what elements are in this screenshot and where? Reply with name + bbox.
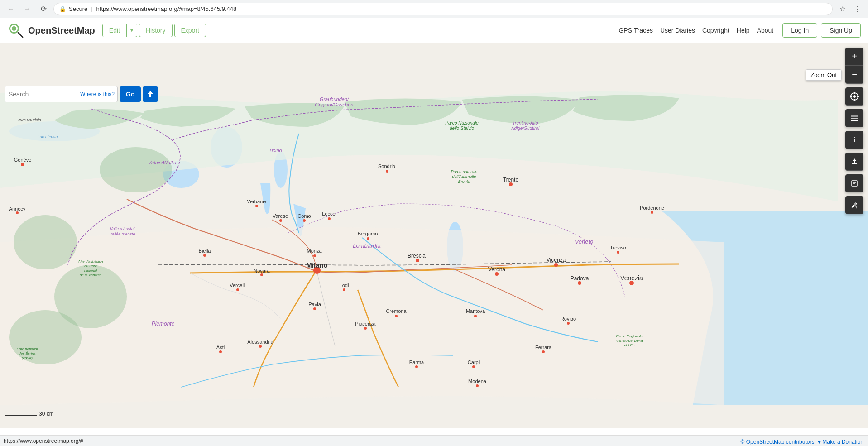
osm-header: OpenStreetMap Edit ▾ History Export GPS … bbox=[0, 18, 868, 43]
svg-text:Ferrara: Ferrara bbox=[535, 345, 552, 350]
svg-text:Veneto del Delta: Veneto del Delta bbox=[616, 339, 643, 343]
svg-text:Ticino: Ticino bbox=[269, 148, 282, 153]
edit-btn-group: Edit ▾ bbox=[102, 24, 137, 37]
history-button[interactable]: History bbox=[139, 24, 173, 37]
svg-point-10 bbox=[100, 147, 172, 192]
svg-text:Vicenza: Vicenza bbox=[547, 257, 566, 263]
forward-button[interactable]: → bbox=[21, 3, 34, 15]
svg-text:Jura vaudois: Jura vaudois bbox=[17, 118, 41, 122]
share-control bbox=[845, 153, 863, 171]
login-button[interactable]: Log In bbox=[782, 23, 817, 38]
go-button[interactable]: Go bbox=[120, 86, 141, 102]
svg-text:Verbania: Verbania bbox=[247, 199, 267, 204]
svg-point-37 bbox=[617, 251, 619, 254]
svg-text:Vercelli: Vercelli bbox=[230, 283, 245, 288]
info-button[interactable]: i bbox=[845, 131, 863, 149]
map-area[interactable]: Graubunden/ Grigioni/Grischun Trentino-A… bbox=[0, 43, 868, 428]
reload-button[interactable]: ⟳ bbox=[37, 3, 50, 15]
nav-about[interactable]: About bbox=[757, 27, 774, 34]
svg-text:Lecco: Lecco bbox=[322, 211, 335, 216]
donate-text[interactable]: ♥ Make a Donation bbox=[818, 439, 863, 445]
svg-rect-119 bbox=[852, 181, 857, 186]
svg-point-36 bbox=[474, 315, 477, 317]
location-control bbox=[845, 87, 863, 106]
zoom-in-button[interactable]: + bbox=[845, 48, 863, 66]
svg-point-38 bbox=[567, 322, 570, 325]
nav-copyright[interactable]: Copyright bbox=[702, 27, 729, 34]
svg-text:Brenta: Brenta bbox=[458, 179, 470, 184]
nav-help[interactable]: Help bbox=[737, 27, 750, 34]
share-button[interactable] bbox=[845, 153, 863, 171]
osm-logo[interactable]: OpenStreetMap bbox=[7, 22, 95, 39]
svg-text:del Po: del Po bbox=[624, 343, 635, 347]
svg-point-46 bbox=[476, 384, 479, 387]
svg-text:Brescia: Brescia bbox=[408, 253, 426, 259]
svg-text:Sondrio: Sondrio bbox=[378, 163, 395, 169]
svg-text:Bergamo: Bergamo bbox=[358, 231, 378, 236]
signup-button[interactable]: Sign Up bbox=[821, 23, 861, 38]
svg-text:Pordenone: Pordenone bbox=[640, 205, 664, 211]
edit-dropdown-button[interactable]: ▾ bbox=[127, 24, 137, 36]
svg-text:Parma: Parma bbox=[409, 360, 424, 365]
osm-logo-icon bbox=[7, 22, 24, 39]
svg-text:Trentino-Alto: Trentino-Alto bbox=[513, 120, 538, 125]
browser-actions: ☆ ⋮ bbox=[836, 3, 863, 15]
zoom-out-button[interactable]: − bbox=[845, 66, 863, 84]
svg-point-2 bbox=[12, 26, 16, 31]
directions-icon bbox=[146, 90, 154, 98]
svg-text:Valle d'Aosta/: Valle d'Aosta/ bbox=[110, 226, 135, 231]
osm-contributors-link[interactable]: © OpenStreetMap contributors bbox=[741, 439, 815, 445]
svg-text:Aire d'adhésion: Aire d'adhésion bbox=[78, 259, 103, 264]
auth-buttons: Log In Sign Up bbox=[782, 23, 861, 38]
menu-button[interactable]: ⋮ bbox=[851, 3, 863, 15]
location-icon bbox=[850, 92, 859, 101]
svg-point-43 bbox=[415, 365, 418, 368]
status-url: https://www.openstreetmap.org/# bbox=[4, 438, 83, 444]
svg-point-15 bbox=[16, 211, 19, 214]
edit-button[interactable]: Edit bbox=[103, 24, 127, 37]
svg-text:de la Vanoise: de la Vanoise bbox=[80, 273, 102, 277]
edit-cursor-button[interactable]: ? bbox=[845, 196, 863, 214]
svg-point-11 bbox=[14, 215, 77, 269]
nav-user-diaries[interactable]: User Diaries bbox=[660, 27, 695, 34]
svg-text:Rovigo: Rovigo bbox=[561, 316, 576, 321]
scale-line bbox=[5, 413, 37, 417]
svg-line-3 bbox=[18, 33, 23, 37]
export-button[interactable]: Export bbox=[174, 24, 206, 37]
svg-point-39 bbox=[651, 211, 653, 214]
svg-point-45 bbox=[542, 350, 545, 353]
address-bar[interactable]: 🔒 Secure | https://www.openstreetmap.org… bbox=[53, 3, 833, 15]
svg-text:(cœur): (cœur) bbox=[22, 356, 33, 360]
location-button[interactable] bbox=[845, 87, 863, 106]
svg-text:du Parc: du Parc bbox=[84, 264, 97, 268]
status-bar: https://www.openstreetmap.org/# © OpenSt… bbox=[0, 435, 868, 446]
svg-text:Valais/Wallis: Valais/Wallis bbox=[148, 160, 176, 165]
nav-gps-traces[interactable]: GPS Traces bbox=[619, 27, 652, 34]
directions-button[interactable] bbox=[143, 86, 158, 102]
back-button[interactable]: ← bbox=[5, 3, 17, 15]
svg-rect-117 bbox=[851, 120, 858, 121]
svg-text:Cremona: Cremona bbox=[386, 308, 407, 314]
scale-bar: 30 km bbox=[5, 411, 54, 417]
secure-icon: 🔒 bbox=[59, 6, 66, 12]
svg-text:Modena: Modena bbox=[468, 379, 487, 384]
svg-text:Lac Léman: Lac Léman bbox=[38, 134, 58, 139]
bookmark-button[interactable]: ☆ bbox=[836, 3, 849, 15]
scale-tick-right bbox=[37, 413, 37, 417]
svg-text:Lombardia: Lombardia bbox=[353, 242, 380, 249]
svg-point-22 bbox=[386, 170, 388, 173]
layers-button[interactable] bbox=[845, 109, 863, 127]
svg-text:Monza: Monza bbox=[307, 248, 322, 254]
svg-point-41 bbox=[219, 350, 222, 353]
note-button[interactable] bbox=[845, 174, 863, 192]
where-is-this-link[interactable]: Where is this? bbox=[77, 91, 117, 97]
scale-label: 30 km bbox=[39, 411, 54, 417]
search-input[interactable] bbox=[5, 86, 77, 102]
svg-text:dell'Adamello: dell'Adamello bbox=[452, 174, 476, 179]
svg-point-25 bbox=[203, 254, 206, 257]
svg-text:Como: Como bbox=[297, 213, 311, 219]
svg-text:Verona: Verona bbox=[488, 266, 505, 273]
svg-point-30 bbox=[578, 281, 581, 285]
edit-cursor-control: ? bbox=[845, 196, 863, 214]
svg-text:Mantova: Mantova bbox=[466, 308, 485, 314]
